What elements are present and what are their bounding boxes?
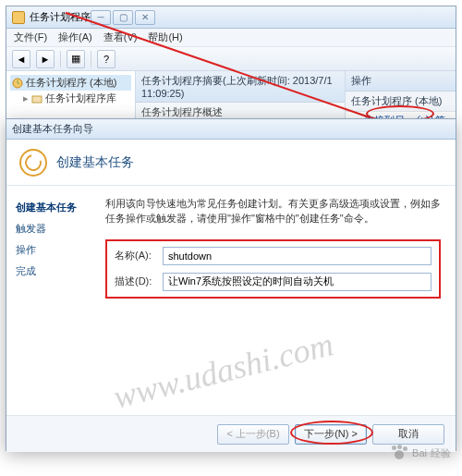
paw-icon <box>390 445 408 461</box>
help-button[interactable]: ? <box>97 50 116 68</box>
toolbar: ◄ ► ▦ ? <box>6 47 456 71</box>
name-field[interactable] <box>163 247 432 265</box>
name-label: 名称(A): <box>115 249 163 262</box>
nav-step-trigger[interactable]: 触发器 <box>16 218 85 239</box>
wizard-header-title: 创建基本任务 <box>56 154 134 171</box>
form-highlight-box: 名称(A): 描述(D): <box>105 239 441 299</box>
tree-root[interactable]: 任务计划程序 (本地) <box>10 75 131 91</box>
nav-step-finish[interactable]: 完成 <box>16 261 85 282</box>
nav-fwd-button[interactable]: ► <box>36 50 55 68</box>
app-icon <box>12 11 25 24</box>
wizard-description: 利用该向导快速地为常见任务创建计划。有关更多高级选项或设置，例如多任务操作或触发… <box>105 197 441 226</box>
maximize-button[interactable]: ▢ <box>113 10 133 25</box>
nav-step-basic[interactable]: 创建基本任务 <box>16 197 85 218</box>
create-basic-task-wizard: 创建基本任务向导 创建基本任务 创建基本任务 触发器 操作 完成 利用该向导快速… <box>6 118 456 451</box>
nav-step-action[interactable]: 操作 <box>16 239 85 261</box>
menu-file[interactable]: 文件(F) <box>14 31 47 44</box>
svg-rect-1 <box>32 96 42 103</box>
back-button[interactable]: < 上一步(B) <box>217 424 289 445</box>
wizard-form: 利用该向导快速地为常见任务创建计划。有关更多高级选项或设置，例如多任务操作或触发… <box>94 186 456 415</box>
menu-action[interactable]: 操作(A) <box>58 31 92 44</box>
cancel-button[interactable]: 取消 <box>372 424 444 445</box>
tree-library[interactable]: ▸ 任务计划程序库 <box>10 91 131 106</box>
actions-header: 操作 <box>346 71 456 92</box>
wizard-header: 创建基本任务 <box>6 140 456 186</box>
wizard-footer: < 上一步(B) 下一步(N) > 取消 <box>6 415 456 452</box>
desc-label: 描述(D): <box>115 275 163 288</box>
clock-icon <box>12 78 23 89</box>
wizard-clock-icon <box>19 149 47 177</box>
menubar: 文件(F) 操作(A) 查看(V) 帮助(H) <box>6 29 456 47</box>
next-button[interactable]: 下一步(N) > <box>295 424 367 445</box>
wizard-nav: 创建基本任务 触发器 操作 完成 <box>6 186 94 415</box>
nav-back-button[interactable]: ◄ <box>12 50 30 68</box>
description-field[interactable] <box>163 273 432 291</box>
titlebar: 任务计划程序 ─ ▢ ✕ <box>6 6 456 29</box>
toolbar-button[interactable]: ▦ <box>67 50 85 68</box>
close-button[interactable]: ✕ <box>135 10 155 25</box>
wizard-titlebar: 创建基本任务向导 <box>6 119 456 140</box>
baidu-logo: Bai经验 <box>390 445 451 461</box>
actions-group: 任务计划程序 (本地) <box>346 92 456 112</box>
folder-icon <box>31 93 43 104</box>
